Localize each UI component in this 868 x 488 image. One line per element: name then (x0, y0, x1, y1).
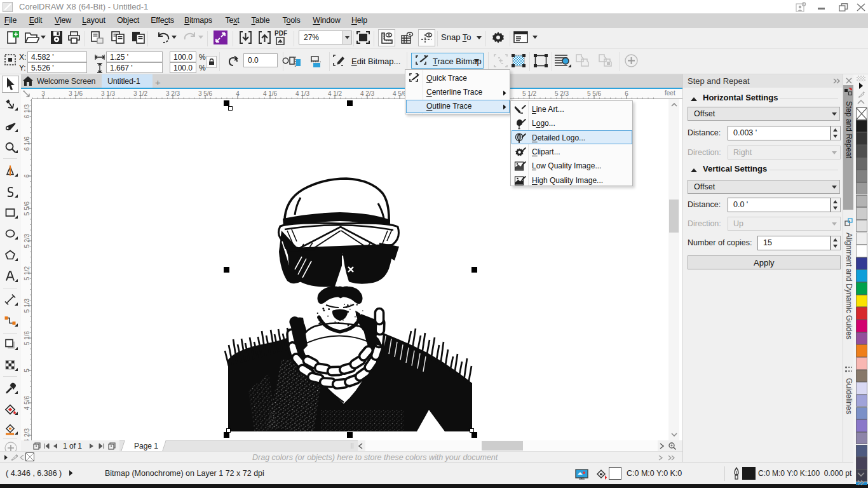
svg-text:3 2/3: 3 2/3 (166, 90, 180, 97)
svg-text:6: 6 (625, 90, 628, 97)
svg-text:3 1/3: 3 1/3 (101, 90, 116, 97)
svg-text:5 5/6: 5 5/6 (587, 90, 602, 97)
svg-text:5 1/6: 5 1/6 (24, 330, 31, 345)
svg-text:3 1/2: 3 1/2 (133, 90, 148, 97)
svg-text:4 2/3: 4 2/3 (360, 90, 375, 97)
svg-text:5 1/2: 5 1/2 (24, 266, 31, 280)
svg-text:6 1/3: 6 1/3 (24, 104, 31, 118)
svg-text:5: 5 (24, 369, 31, 372)
svg-text:5 1/3: 5 1/3 (24, 298, 31, 313)
svg-text:3 1/6: 3 1/6 (69, 90, 83, 97)
svg-text:4 1/2: 4 1/2 (328, 90, 342, 97)
svg-text:5 5/6: 5 5/6 (24, 201, 31, 215)
svg-text:3 5/6: 3 5/6 (198, 90, 213, 97)
svg-text:6 1/6: 6 1/6 (24, 136, 31, 151)
svg-text:4 5/6: 4 5/6 (24, 395, 31, 410)
svg-text:4 1/6: 4 1/6 (263, 90, 278, 97)
svg-text:4 1/3: 4 1/3 (295, 90, 310, 97)
svg-text:4 2/3: 4 2/3 (24, 428, 31, 440)
svg-text:4: 4 (236, 90, 240, 97)
svg-text:5 1/2: 5 1/2 (522, 90, 537, 97)
svg-text:3: 3 (41, 90, 45, 97)
svg-text:5 2/3: 5 2/3 (555, 90, 569, 97)
svg-text:6: 6 (24, 174, 31, 178)
svg-text:5 2/3: 5 2/3 (24, 233, 31, 248)
